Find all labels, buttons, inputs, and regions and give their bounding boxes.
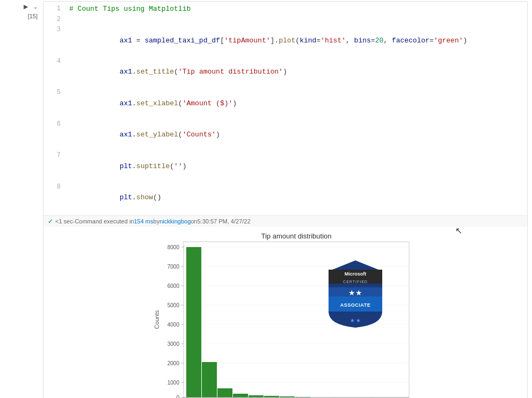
line-number: 6 [48, 119, 61, 151]
line-number: 1 [48, 4, 61, 15]
svg-text:★★: ★★ [348, 288, 362, 297]
svg-text:Microsoft: Microsoft [344, 271, 366, 277]
bar-5 [249, 395, 264, 397]
code-line-6: 6 ax1.set_ylabel('Counts') [43, 119, 527, 151]
svg-text:3000: 3000 [167, 341, 179, 347]
code-line-8: 8 plt.show() [43, 182, 527, 214]
check-icon: ✓ [48, 218, 53, 225]
svg-text:4000: 4000 [167, 322, 179, 328]
notebook-container: ▶ ⌄ [15] 1 # Count Tips using Matplotlib… [0, 0, 532, 398]
bar-1 [186, 247, 201, 397]
cell-code-content: 1 # Count Tips using Matplotlib 2 3 ax1 … [43, 1, 528, 398]
svg-text:7000: 7000 [167, 264, 179, 270]
cell-controls: ▶ ⌄ [21, 2, 39, 11]
exec-timestamp: 5:30:57 PM, 4/27/22 [198, 218, 251, 225]
exec-by: by [154, 218, 160, 225]
exec-time: <1 sec [55, 218, 73, 225]
code-line-5: 5 ax1.set_xlabel('Amount ($)') [43, 88, 527, 119]
code-cell: ▶ ⌄ [15] 1 # Count Tips using Matplotlib… [0, 0, 532, 398]
line-number: 2 [48, 15, 61, 25]
exec-status: ✓ <1 sec - Command executed in 154 ms by… [43, 215, 527, 227]
bar-2 [202, 362, 217, 397]
code-line-4: 4 ax1.set_title('Tip amount distribution… [43, 56, 527, 88]
exec-user: nickkingbog [159, 218, 191, 225]
svg-text:8000: 8000 [167, 244, 179, 250]
svg-text:2000: 2000 [167, 360, 179, 366]
svg-text:5000: 5000 [167, 302, 179, 308]
output-area: Tip amount distribution 8000 7000 6000 [43, 227, 527, 398]
line-number: 5 [48, 88, 61, 119]
chart-svg-wrapper: Tip amount distribution 8000 7000 6000 [151, 231, 420, 398]
code-line-3: 3 ax1 = sampled_taxi_pd_df['tipAmount'].… [43, 25, 527, 56]
bar-4 [233, 394, 248, 397]
cell-number: [15] [28, 13, 39, 19]
line-number: 4 [48, 56, 61, 88]
bar-3 [217, 388, 232, 397]
exec-on: on [191, 218, 197, 225]
svg-text:1000: 1000 [167, 380, 179, 386]
chart-container: Tip amount distribution 8000 7000 6000 [43, 231, 527, 398]
code-line-7: 7 plt.suptitle('') [43, 150, 527, 182]
line-number: 8 [48, 182, 61, 214]
collapse-button[interactable]: ⌄ [32, 3, 39, 10]
code-comment: # Count Tips using Matplotlib [69, 4, 191, 15]
exec-ms: 154 ms [134, 218, 153, 225]
code-line-1: 1 # Count Tips using Matplotlib [43, 4, 527, 15]
svg-text:ASSOCIATE: ASSOCIATE [340, 302, 370, 308]
badge-svg: Microsoft CERTIFIED ★★ ASSOCIATE [323, 258, 388, 330]
line-number: 7 [48, 150, 61, 182]
svg-text:CERTIFIED: CERTIFIED [343, 280, 368, 284]
cell-gutter: ▶ ⌄ [15] [0, 0, 43, 398]
exec-command: Command executed in [75, 218, 134, 225]
line-number: 3 [48, 25, 61, 56]
code-line-2: 2 [43, 15, 527, 25]
svg-text:0: 0 [176, 395, 179, 398]
y-axis-label: Counts [154, 310, 160, 329]
run-button[interactable]: ▶ [21, 2, 30, 11]
svg-text:6000: 6000 [167, 283, 179, 289]
ms-badge: Microsoft CERTIFIED ★★ ASSOCIATE [323, 258, 388, 332]
code-area[interactable]: 1 # Count Tips using Matplotlib 2 3 ax1 … [43, 2, 527, 215]
chart-title: Tip amount distribution [261, 232, 331, 240]
svg-text:★ ★: ★ ★ [349, 317, 361, 323]
